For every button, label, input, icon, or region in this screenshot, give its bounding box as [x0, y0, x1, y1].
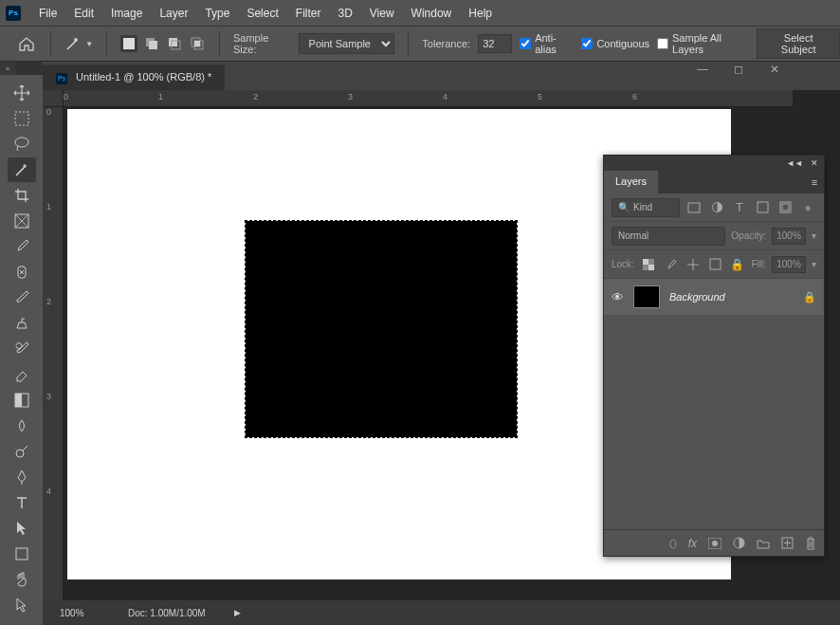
sample-all-layers-checkbox[interactable]: Sample All Layers: [657, 32, 749, 55]
selection-intersect[interactable]: [189, 35, 206, 52]
zoom-level[interactable]: 100%: [43, 608, 109, 618]
home-icon[interactable]: [17, 35, 37, 52]
direct-selection-tool[interactable]: [8, 593, 36, 617]
eyedropper-tool[interactable]: [8, 234, 36, 259]
select-subject-button[interactable]: Select Subject: [757, 28, 840, 59]
layer-fx-icon[interactable]: fx: [688, 537, 697, 550]
separator: [50, 31, 51, 56]
move-tool[interactable]: [8, 81, 36, 105]
filter-adjustment-icon[interactable]: [708, 199, 725, 216]
expand-panels-icon[interactable]: »: [0, 62, 15, 75]
filter-pixel-icon[interactable]: [685, 199, 703, 216]
separator: [106, 31, 107, 56]
lock-transparency-icon[interactable]: [640, 256, 657, 273]
visibility-toggle-icon[interactable]: 👁: [612, 290, 624, 304]
selection-subtract[interactable]: [166, 35, 183, 52]
hand-tool[interactable]: [8, 567, 36, 592]
document-tab[interactable]: Ps Untitled-1 @ 100% (RGB/8) *: [43, 64, 225, 90]
new-layer-icon[interactable]: [781, 537, 794, 549]
brush-tool[interactable]: [8, 285, 36, 310]
history-brush-tool[interactable]: [8, 337, 36, 361]
minimize-icon[interactable]: —: [694, 63, 711, 76]
fill-input[interactable]: [772, 256, 806, 273]
layer-group-icon[interactable]: [757, 538, 770, 549]
marquee-tool[interactable]: [8, 106, 36, 131]
opacity-input[interactable]: [772, 228, 806, 245]
status-arrow-icon[interactable]: ▶: [234, 608, 241, 617]
menu-filter[interactable]: Filter: [287, 7, 330, 20]
chevron-down-icon[interactable]: ▾: [812, 230, 816, 241]
selection-new[interactable]: [120, 35, 137, 52]
ruler-horizontal[interactable]: 0 1 2 3 4 5 6: [64, 90, 793, 107]
ruler-vertical[interactable]: 0 1 2 3 4: [43, 107, 64, 600]
chevron-down-icon[interactable]: ▾: [812, 259, 816, 269]
filter-type-icon[interactable]: T: [731, 199, 748, 216]
magic-wand-tool[interactable]: [8, 157, 36, 182]
menu-window[interactable]: Window: [403, 7, 461, 20]
menu-help[interactable]: Help: [460, 7, 501, 20]
panel-close-icon[interactable]: ✕: [811, 158, 818, 168]
separator: [408, 31, 409, 56]
filter-kind-select[interactable]: 🔍Kind: [612, 198, 680, 217]
type-tool[interactable]: [8, 490, 36, 515]
lock-position-icon[interactable]: [685, 256, 702, 273]
magic-wand-icon[interactable]: [64, 35, 82, 52]
lock-all-icon[interactable]: 🔒: [729, 256, 746, 273]
gradient-tool[interactable]: [8, 388, 36, 413]
blend-mode-select[interactable]: Normal: [612, 227, 725, 246]
pen-tool[interactable]: [8, 465, 36, 489]
lock-artboard-icon[interactable]: [706, 256, 723, 273]
lasso-tool[interactable]: [8, 132, 36, 156]
selection-region[interactable]: [246, 221, 517, 437]
antialias-checkbox[interactable]: Anti-alias: [520, 32, 574, 55]
collapse-icon[interactable]: ◄◄: [786, 158, 803, 168]
close-icon[interactable]: ✕: [766, 63, 783, 76]
layer-mask-icon[interactable]: [708, 538, 721, 549]
tolerance-input[interactable]: [478, 34, 512, 53]
filter-toggle-icon[interactable]: ●: [799, 199, 816, 216]
panel-top-controls: ◄◄ ✕: [604, 156, 824, 171]
menu-type[interactable]: Type: [196, 7, 238, 20]
menu-file[interactable]: File: [30, 7, 65, 20]
sample-size-select[interactable]: Point Sample: [299, 33, 395, 54]
menu-select[interactable]: Select: [238, 7, 286, 20]
layers-tab[interactable]: Layers: [604, 171, 658, 193]
adjustment-layer-icon[interactable]: [733, 537, 745, 549]
clone-stamp-tool[interactable]: [8, 311, 36, 336]
filter-shape-icon[interactable]: [754, 199, 771, 216]
panel-menu-icon[interactable]: ≡: [805, 171, 824, 193]
selection-add[interactable]: [143, 35, 160, 52]
svg-rect-15: [16, 548, 27, 560]
crop-tool[interactable]: [8, 183, 36, 208]
lock-icon[interactable]: 🔒: [803, 291, 816, 303]
lock-pixels-icon[interactable]: [662, 256, 679, 273]
svg-rect-22: [643, 259, 648, 265]
menu-3d[interactable]: 3D: [329, 7, 360, 20]
menu-layer[interactable]: Layer: [151, 7, 196, 20]
layer-name[interactable]: Background: [669, 291, 794, 303]
dodge-tool[interactable]: [8, 439, 36, 464]
document-tab-bar: Ps Untitled-1 @ 100% (RGB/8) * — ◻ ✕: [43, 62, 840, 90]
tolerance-label: Tolerance:: [422, 38, 470, 49]
blur-tool[interactable]: [8, 414, 36, 438]
link-layers-icon[interactable]: ⬯: [669, 537, 677, 550]
ruler-tick: 3: [46, 392, 51, 401]
options-bar: ▼ Sample Size: Point Sample Tolerance: A…: [0, 26, 840, 62]
menu-view[interactable]: View: [361, 7, 403, 20]
maximize-icon[interactable]: ◻: [730, 63, 747, 76]
healing-brush-tool[interactable]: [8, 260, 36, 285]
ruler-tick: 6: [632, 92, 637, 101]
layer-thumbnail[interactable]: [633, 285, 660, 308]
filter-smart-icon[interactable]: [776, 199, 794, 216]
menu-image[interactable]: Image: [102, 7, 151, 20]
frame-tool[interactable]: [8, 209, 36, 233]
ruler-tick: 2: [46, 297, 51, 306]
menu-edit[interactable]: Edit: [65, 7, 102, 20]
layer-row[interactable]: 👁 Background 🔒: [604, 279, 824, 315]
contiguous-checkbox[interactable]: Contiguous: [581, 38, 649, 49]
delete-layer-icon[interactable]: [805, 537, 816, 550]
chevron-down-icon[interactable]: ▼: [85, 40, 93, 48]
path-selection-tool[interactable]: [8, 516, 36, 541]
shape-tool[interactable]: [8, 542, 36, 566]
eraser-tool[interactable]: [8, 362, 36, 387]
